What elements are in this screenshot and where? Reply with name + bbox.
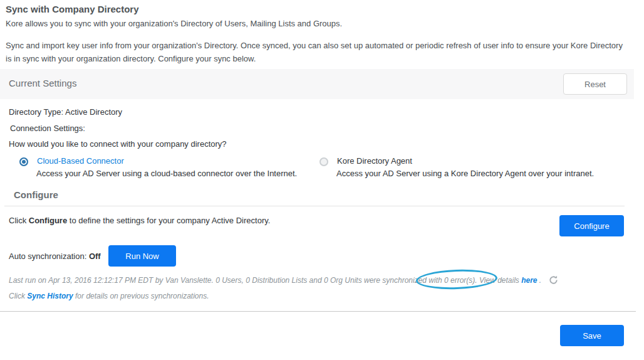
bottom-divider xyxy=(0,311,636,312)
page-intro: Kore allows you to sync with your organi… xyxy=(6,19,342,28)
current-settings-heading: Current Settings xyxy=(9,78,76,88)
auto-sync-value: Off xyxy=(89,251,101,261)
connect-question-label: How would you like to connect with your … xyxy=(9,139,227,149)
configure-instruction: Click Configure to define the settings f… xyxy=(9,216,270,225)
sync-history-note: Click Sync History for details on previo… xyxy=(9,292,209,300)
configure-instruction-prefix: Click xyxy=(9,216,29,225)
configure-heading: Configure xyxy=(14,189,58,200)
auto-sync-label-text: Auto synchronization: xyxy=(9,251,89,261)
radio-unselected-icon[interactable] xyxy=(319,157,328,166)
sync-history-suffix: for details on previous synchronizations… xyxy=(73,292,209,300)
page-title: Sync with Company Directory xyxy=(6,4,139,14)
reset-button[interactable]: Reset xyxy=(563,73,627,95)
view-details-here-link[interactable]: here xyxy=(521,276,537,285)
cloud-connector-description: Access your AD Server using a cloud-base… xyxy=(36,169,297,178)
configure-instruction-suffix: to define the settings for your company … xyxy=(67,216,270,225)
configure-instruction-bold: Configure xyxy=(29,216,67,225)
connection-settings-label: Connection Settings: xyxy=(10,124,85,133)
sync-history-prefix: Click xyxy=(9,292,27,300)
radio-selected-icon[interactable] xyxy=(19,157,28,166)
directory-type-label: Directory Type: Active Directory xyxy=(9,107,122,117)
configure-divider xyxy=(4,206,625,206)
last-run-suffix: . xyxy=(538,276,542,285)
cloud-connector-label[interactable]: Cloud-Based Connector xyxy=(37,156,124,166)
current-settings-header: Current Settings Reset xyxy=(0,69,634,99)
last-run-text: Last run on Apr 13, 2016 12:12:17 PM EDT… xyxy=(9,276,521,285)
page-description: Sync and import key user info from your … xyxy=(6,39,625,65)
kore-agent-description: Access your AD Server using a Kore Direc… xyxy=(336,169,594,178)
kore-agent-label[interactable]: Kore Directory Agent xyxy=(337,156,412,166)
auto-sync-label: Auto synchronization: Off xyxy=(9,251,101,261)
refresh-icon[interactable] xyxy=(549,275,558,285)
sync-history-link[interactable]: Sync History xyxy=(27,292,73,300)
last-run-status: Last run on Apr 13, 2016 12:12:17 PM EDT… xyxy=(9,275,558,285)
run-now-button[interactable]: Run Now xyxy=(108,245,176,267)
configure-button[interactable]: Configure xyxy=(559,215,624,236)
save-button[interactable]: Save xyxy=(560,325,624,346)
sync-company-directory-page: Sync with Company Directory Kore allows … xyxy=(0,0,644,360)
